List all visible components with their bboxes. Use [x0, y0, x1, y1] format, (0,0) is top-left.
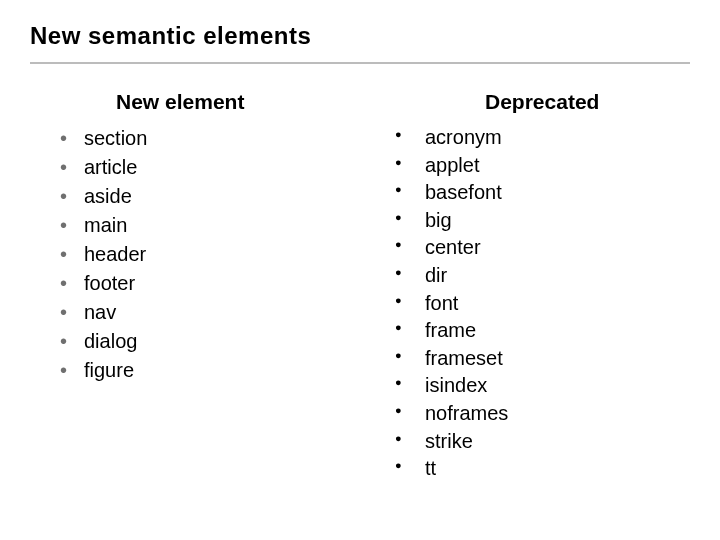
list-item: center: [395, 234, 690, 262]
list-item: header: [60, 240, 355, 269]
list-item: frame: [395, 317, 690, 345]
list-item: big: [395, 207, 690, 235]
list-item: figure: [60, 356, 355, 385]
new-elements-list: section article aside main header footer…: [60, 124, 355, 385]
new-elements-heading: New element: [60, 90, 355, 114]
column-deprecated: Deprecated acronym applet basefont big c…: [395, 90, 690, 483]
list-item: noframes: [395, 400, 690, 428]
list-item: basefont: [395, 179, 690, 207]
deprecated-heading: Deprecated: [395, 90, 690, 114]
list-item: font: [395, 290, 690, 318]
deprecated-list: acronym applet basefont big center dir f…: [395, 124, 690, 483]
list-item: applet: [395, 152, 690, 180]
list-item: isindex: [395, 372, 690, 400]
list-item: frameset: [395, 345, 690, 373]
list-item: footer: [60, 269, 355, 298]
columns-container: New element section article aside main h…: [30, 90, 690, 483]
list-item: acronym: [395, 124, 690, 152]
column-new-elements: New element section article aside main h…: [30, 90, 355, 483]
list-item: section: [60, 124, 355, 153]
list-item: tt: [395, 455, 690, 483]
list-item: dir: [395, 262, 690, 290]
list-item: main: [60, 211, 355, 240]
list-item: aside: [60, 182, 355, 211]
list-item: nav: [60, 298, 355, 327]
list-item: dialog: [60, 327, 355, 356]
list-item: strike: [395, 428, 690, 456]
list-item: article: [60, 153, 355, 182]
slide-title: New semantic elements: [30, 22, 690, 64]
